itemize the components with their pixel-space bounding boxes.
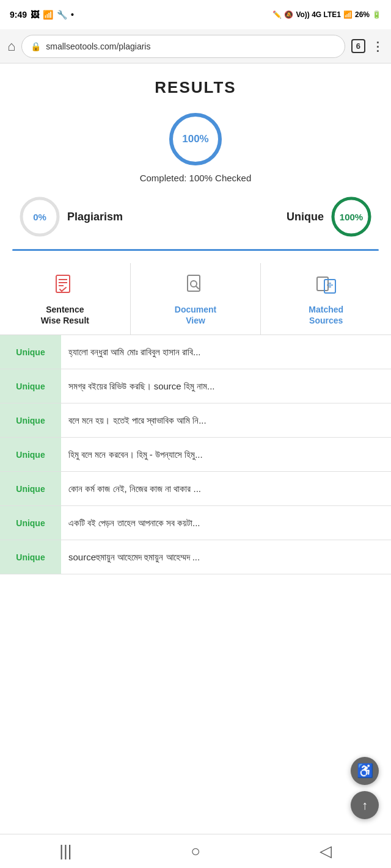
dot-indicator: •	[71, 10, 74, 20]
browser-bar: ⌂ 🔒 smallseotools.com/plagiaris 6 ⋮	[0, 29, 391, 63]
tabs-row: SentenceWise Result DocumentView Matched…	[0, 263, 391, 335]
stats-row: 0% Plagiarism Unique 100%	[18, 195, 373, 238]
status-badge: Unique	[0, 369, 61, 403]
plagiarism-circle: 0%	[18, 195, 61, 238]
tab-document-label: DocumentView	[175, 304, 216, 326]
status-badge: Unique	[0, 335, 61, 369]
sentence-wise-icon	[54, 274, 76, 299]
main-content: RESULTS 100% Completed: 100% Checked 0% …	[0, 63, 391, 263]
nav-recent-button[interactable]: ◁	[305, 837, 346, 866]
result-text: একটি বই পেড়ন তাহেল আপনাকে সব কয়টা...	[61, 506, 391, 540]
tools-icon: 🔧	[57, 10, 67, 20]
signal-bars: 📶	[343, 10, 353, 19]
table-row: Unique সমগ্র বইয়ের রিভিউ করছি। source হ…	[0, 369, 391, 403]
table-row: Unique বলে মনে হয়। হতেই পারে স্বাভাবিক …	[0, 403, 391, 438]
tab-sentence-wise[interactable]: SentenceWise Result	[0, 263, 131, 335]
unique-circle: 100%	[330, 195, 373, 238]
tab-document-view[interactable]: DocumentView	[131, 263, 261, 335]
result-text: বলে মনে হয়। হতেই পারে স্বাভাবিক আমি নি.…	[61, 403, 391, 437]
plagiarism-stat: 0% Plagiarism	[18, 195, 123, 238]
unique-percent: 100%	[340, 212, 363, 222]
blue-divider	[12, 249, 379, 251]
bottom-nav: ||| ○ ◁	[0, 834, 391, 868]
signal-icon: 📶	[43, 10, 53, 20]
document-view-icon	[185, 274, 206, 299]
completed-text: Completed: 100% Checked	[140, 173, 252, 183]
address-bar[interactable]: 🔒 smallseotools.com/plagiaris	[21, 35, 345, 58]
result-text: হ্যালো বন্ধুরা আমি মোঃ রাবিবুল হাসান রাব…	[61, 335, 391, 369]
network-icon: Vo)) 4G LTE1	[296, 10, 341, 19]
table-row: Unique হিমু বলে মনে করবেন। হিমু - উপন্যা…	[0, 438, 391, 472]
scroll-up-fab[interactable]: ↑	[351, 791, 379, 819]
result-text: হিমু বলে মনে করবেন। হিমু - উপন্যাসে হিমু…	[61, 438, 391, 471]
more-options-icon[interactable]: ⋮	[371, 39, 384, 54]
nav-back-button[interactable]: |||	[45, 837, 86, 866]
status-badge: Unique	[0, 472, 61, 505]
status-badge: Unique	[0, 540, 61, 574]
svg-line-11	[196, 286, 199, 289]
table-row: Unique কোন কর্ম কাজ নেই, নিজের কাজ না থা…	[0, 472, 391, 506]
matched-sources-icon	[315, 274, 337, 299]
status-left: 9:49 🖼 📶 🔧 •	[10, 10, 74, 20]
progress-percent: 100%	[182, 133, 208, 145]
status-right: ✏️ 🔕 Vo)) 4G LTE1 📶 26% 🔋	[272, 10, 381, 19]
progress-container: 100% Completed: 100% Checked	[12, 112, 379, 183]
battery-icon: 🔋	[372, 10, 381, 19]
status-badge: Unique	[0, 506, 61, 540]
table-row: Unique sourceহুমায়ুন আহেমেদ হুমায়ুন আহ…	[0, 540, 391, 574]
tab-matched-sources[interactable]: MatchedSources	[261, 263, 391, 335]
lock-icon: 🔒	[31, 42, 41, 51]
plagiarism-percent: 0%	[33, 212, 46, 222]
status-bar: 9:49 🖼 📶 🔧 • ✏️ 🔕 Vo)) 4G LTE1 📶 26% 🔋	[0, 0, 391, 29]
result-text: কোন কর্ম কাজ নেই, নিজের কাজ না থাকার ...	[61, 472, 391, 505]
result-text: সমগ্র বইয়ের রিভিউ করছি। source হিমু নাম…	[61, 369, 391, 403]
status-badge: Unique	[0, 403, 61, 437]
floating-buttons: ♿ ↑	[351, 757, 379, 819]
accessibility-fab[interactable]: ♿	[351, 757, 379, 785]
result-text: sourceহুমায়ুন আহেমেদ হুমায়ুন আহেম্মদ .…	[61, 540, 391, 574]
url-text: smallseotools.com/plagiaris	[46, 42, 150, 51]
tab-matched-label: MatchedSources	[309, 304, 343, 326]
table-row: Unique একটি বই পেড়ন তাহেল আপনাকে সব কয়…	[0, 506, 391, 540]
plagiarism-label: Plagiarism	[67, 211, 123, 223]
unique-label: Unique	[287, 211, 324, 223]
unique-stat: Unique 100%	[287, 195, 373, 238]
time-display: 9:49	[10, 10, 27, 20]
mute-icon: 🔕	[284, 10, 293, 19]
progress-circle: 100%	[168, 112, 223, 167]
tab-count-badge[interactable]: 6	[351, 39, 365, 53]
home-icon[interactable]: ⌂	[7, 38, 15, 54]
nav-home-button[interactable]: ○	[176, 837, 215, 866]
edit-icon: ✏️	[272, 10, 282, 19]
battery-percent: 26%	[355, 10, 370, 19]
tab-sentence-label: SentenceWise Result	[41, 304, 89, 326]
page-title: RESULTS	[12, 78, 379, 97]
status-badge: Unique	[0, 438, 61, 471]
table-row: Unique হ্যালো বন্ধুরা আমি মোঃ রাবিবুল হা…	[0, 335, 391, 369]
photo-icon: 🖼	[31, 10, 39, 20]
result-list: Unique হ্যালো বন্ধুরা আমি মোঃ রাবিবুল হা…	[0, 335, 391, 574]
